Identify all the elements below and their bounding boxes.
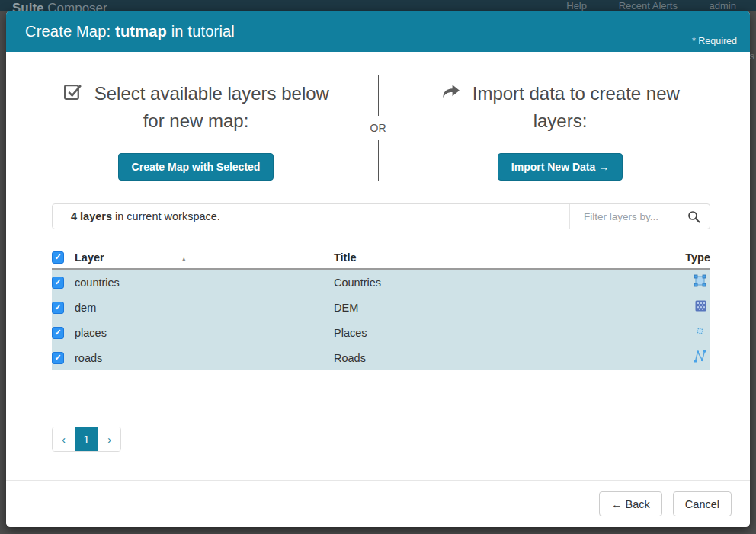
layer-name: dem xyxy=(75,302,334,314)
layer-name: countries xyxy=(75,277,334,289)
divider-line xyxy=(378,140,379,181)
table-row-places[interactable]: ✓ places Places xyxy=(52,320,710,345)
pagination-page-1[interactable]: 1 xyxy=(75,427,98,451)
row-checkbox[interactable]: ✓ xyxy=(52,277,64,289)
polygon-type-icon xyxy=(680,273,710,291)
column-header-title[interactable]: Title xyxy=(334,251,680,264)
layer-title: DEM xyxy=(334,302,680,314)
pagination: ‹ 1 › xyxy=(52,427,121,452)
create-map-dialog: Create Map: tutmap in tutorial * Require… xyxy=(6,11,750,527)
table-row-roads[interactable]: ✓ roads Roads xyxy=(52,345,710,370)
nav-link-help[interactable]: Help xyxy=(566,0,587,11)
row-checkbox[interactable]: ✓ xyxy=(52,352,64,364)
raster-type-icon xyxy=(680,299,710,315)
layers-table: ✓ Layer▴ Title Type ✓ countries Countrie… xyxy=(52,246,710,370)
filter-layers-input[interactable] xyxy=(570,211,677,222)
import-data-heading: Import data to create new layers: xyxy=(423,81,697,133)
layer-title: Places xyxy=(334,327,680,339)
or-label: OR xyxy=(370,122,386,134)
options-section: Select available layers below for new ma… xyxy=(6,52,750,181)
back-button[interactable]: ← Back xyxy=(599,491,662,516)
column-header-layer[interactable]: Layer▴ xyxy=(75,251,334,264)
required-note: * Required xyxy=(692,36,737,46)
nav-link-recent-alerts[interactable]: Recent Alerts xyxy=(619,0,678,11)
layer-count-text: 4 layers in current workspace. xyxy=(53,210,220,222)
import-data-option: Import data to create new layers: Import… xyxy=(393,73,727,181)
point-type-icon xyxy=(680,324,710,341)
layer-name: places xyxy=(75,327,334,339)
search-icon[interactable] xyxy=(687,210,700,226)
create-map-with-selected-button[interactable]: Create Map with Selected xyxy=(118,153,274,181)
pagination-prev-button[interactable]: ‹ xyxy=(53,427,75,451)
filter-area xyxy=(569,204,710,229)
divider-line xyxy=(378,75,379,116)
pagination-next-button[interactable]: › xyxy=(98,427,120,451)
sort-asc-icon: ▴ xyxy=(182,254,186,263)
import-new-data-button[interactable]: Import New Data → xyxy=(498,153,623,181)
or-divider: OR xyxy=(363,73,393,181)
layer-name: roads xyxy=(75,352,334,364)
dialog-title: Create Map: tutmap in tutorial xyxy=(25,23,235,40)
cancel-button[interactable]: Cancel xyxy=(673,491,732,516)
dialog-header: Create Map: tutmap in tutorial * Require… xyxy=(6,11,750,52)
dialog-footer: ← Back Cancel xyxy=(6,480,750,527)
workspace-bar: 4 layers in current workspace. xyxy=(52,203,710,229)
select-all-checkbox[interactable]: ✓ xyxy=(52,251,64,264)
line-type-icon xyxy=(680,349,710,366)
app-top-navbar: Suite Composer Help Recent Alerts admin xyxy=(0,0,756,11)
checked-box-icon xyxy=(62,85,88,106)
table-header-row: ✓ Layer▴ Title Type xyxy=(52,246,710,270)
column-header-type[interactable]: Type xyxy=(680,251,710,264)
nav-link-admin[interactable]: admin xyxy=(710,0,736,11)
select-layers-option: Select available layers below for new ma… xyxy=(29,73,363,181)
row-checkbox[interactable]: ✓ xyxy=(52,327,64,339)
table-row-countries[interactable]: ✓ countries Countries xyxy=(52,270,710,295)
background-text-fragment: s xyxy=(750,50,755,62)
layer-title: Countries xyxy=(334,277,680,289)
suite-composer-logo: Suite Composer xyxy=(12,1,107,11)
row-checkbox[interactable]: ✓ xyxy=(52,302,64,314)
table-body: ✓ countries Countries ✓ dem DEM xyxy=(52,270,710,370)
layer-title: Roads xyxy=(334,352,680,364)
select-layers-heading: Select available layers below for new ma… xyxy=(59,81,333,133)
table-row-dem[interactable]: ✓ dem DEM xyxy=(52,295,710,320)
import-arrow-icon xyxy=(440,85,466,106)
